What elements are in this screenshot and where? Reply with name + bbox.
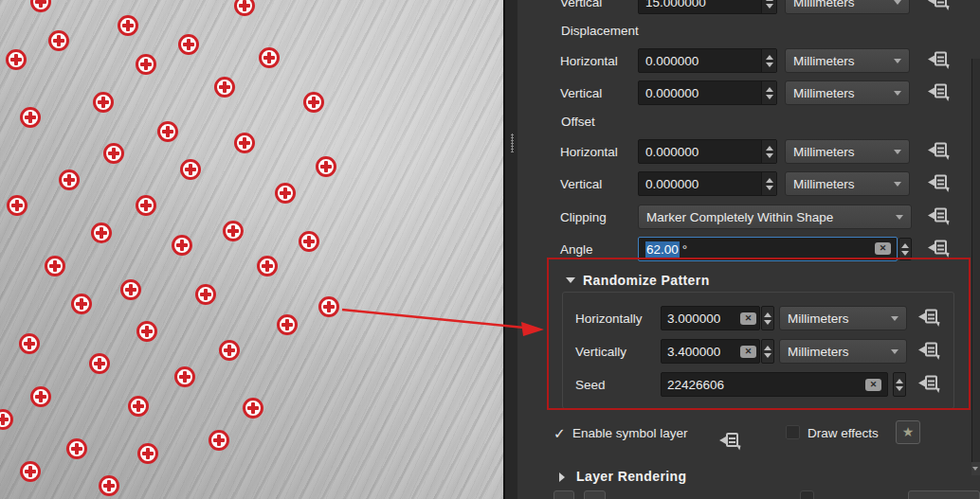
map-marker-cross-icon	[136, 54, 156, 75]
override-button-randomize-horizontally[interactable]	[917, 309, 942, 329]
randomize-vertically-input[interactable]: 3.400000 ✕	[661, 339, 760, 364]
override-button-seed[interactable]	[917, 375, 942, 395]
randomize-vertically-unit-select[interactable]: Millimeters	[779, 339, 907, 364]
map-marker-cross-icon	[174, 366, 195, 387]
pattern-vertical-distance-row: Vertical 15.000000 Millimeters	[517, 0, 980, 14]
data-defined-override-icon	[935, 0, 947, 8]
vertical-label: Vertical	[560, 177, 602, 191]
spinner-buttons[interactable]	[761, 0, 776, 13]
symbol-settings-window: Vertical 15.000000 Millimeters Displacem…	[0, 0, 980, 499]
offset-vertical-input[interactable]: 0.000000	[638, 171, 777, 196]
displacement-horizontal-row: Horizontal 0.000000 Millimeters	[517, 48, 980, 73]
angle-label: Angle	[560, 242, 593, 257]
map-marker-cross-icon	[59, 169, 80, 190]
displacement-horizontal-input[interactable]: 0.000000	[638, 48, 777, 73]
spinner-buttons[interactable]	[761, 81, 776, 104]
map-marker-cross-icon	[71, 294, 92, 314]
spinner-buttons[interactable]	[893, 372, 906, 397]
override-button-offset-vertical[interactable]	[927, 174, 952, 194]
scrollbar-down-arrow[interactable]	[971, 462, 980, 475]
chevron-down-icon	[896, 215, 903, 220]
override-button-vertical-distance[interactable]	[927, 0, 952, 12]
spinner-buttons[interactable]	[761, 306, 774, 330]
override-button-displacement-horizontal[interactable]	[927, 51, 952, 71]
spinner-buttons[interactable]	[761, 140, 776, 163]
angle-spinner-buttons[interactable]	[898, 238, 912, 260]
override-button-clipping[interactable]	[927, 207, 952, 227]
randomize-horizontally-row: Horizontally 3.000000 ✕ Millimeters	[517, 306, 980, 330]
map-marker-cross-icon	[128, 396, 149, 417]
map-marker-cross-icon	[234, 133, 255, 153]
vertical-distance-label: Vertical	[560, 0, 602, 9]
map-marker-cross-icon	[195, 284, 216, 305]
hillshade-texture	[0, 0, 503, 499]
randomize-horizontally-input[interactable]: 3.000000 ✕	[661, 306, 760, 330]
enable-symbol-layer-label: Enable symbol layer	[572, 426, 688, 440]
map-marker-cross-icon	[257, 256, 278, 276]
expand-triangle-icon[interactable]	[559, 472, 565, 482]
map-marker-cross-icon	[91, 223, 112, 243]
horizontal-label: Horizontal	[560, 54, 618, 68]
randomize-horizontally-unit-select[interactable]: Millimeters	[779, 306, 907, 330]
vertical-distance-unit-select[interactable]: Millimeters	[785, 0, 910, 14]
map-marker-cross-icon	[103, 143, 124, 164]
data-defined-override-icon	[935, 175, 947, 189]
clear-value-icon[interactable]: ✕	[740, 312, 756, 325]
offset-horizontal-unit-select[interactable]: Millimeters	[785, 139, 910, 164]
override-button-enable-layer[interactable]	[718, 432, 743, 452]
map-marker-cross-icon	[275, 183, 296, 204]
map-marker-cross-icon	[303, 92, 324, 113]
map-marker-cross-icon	[20, 107, 41, 128]
randomize-pattern-header[interactable]: Randomize Pattern	[583, 273, 710, 288]
bottom-checkbox[interactable]	[800, 490, 814, 499]
map-marker-cross-icon	[157, 121, 178, 142]
vertically-label: Vertically	[575, 345, 626, 359]
seed-input[interactable]: 22426606 ✕	[661, 372, 888, 397]
displacement-horizontal-unit-select[interactable]: Millimeters	[785, 48, 910, 73]
override-button-randomize-vertically[interactable]	[917, 342, 942, 362]
collapse-triangle-icon[interactable]	[566, 277, 575, 283]
map-marker-cross-icon	[45, 256, 65, 276]
map-marker-cross-icon	[243, 398, 263, 419]
map-marker-cross-icon	[214, 77, 235, 98]
bottom-button-2[interactable]	[584, 490, 606, 499]
map-marker-cross-icon	[30, 386, 51, 407]
angle-row: Angle 62.00 ° ✕	[517, 237, 980, 261]
map-marker-cross-icon	[118, 15, 138, 36]
override-button-offset-horizontal[interactable]	[927, 142, 952, 162]
enable-symbol-layer-checkbox[interactable]: ✓	[554, 425, 566, 442]
layer-rendering-header[interactable]: Layer Rendering	[576, 469, 686, 484]
data-defined-override-icon	[935, 84, 947, 98]
draw-effects-checkbox[interactable]	[786, 425, 800, 439]
override-button-angle[interactable]	[927, 240, 952, 259]
map-canvas[interactable]	[0, 0, 503, 499]
map-marker-cross-icon	[7, 195, 27, 216]
draw-effects-button[interactable]: ★	[896, 420, 920, 444]
data-defined-override-icon	[935, 208, 947, 223]
map-marker-cross-icon	[299, 231, 319, 252]
clipping-mode-select[interactable]: Marker Completely Within Shape	[638, 205, 912, 229]
displacement-vertical-unit-select[interactable]: Millimeters	[785, 80, 910, 105]
clear-value-icon[interactable]: ✕	[875, 242, 891, 255]
offset-group-label: Offset	[561, 115, 595, 129]
spinner-buttons[interactable]	[761, 172, 776, 195]
data-defined-override-icon	[925, 310, 937, 324]
bottom-button-wide[interactable]	[908, 490, 980, 499]
clear-value-icon[interactable]: ✕	[740, 346, 756, 358]
randomize-seed-row: Seed 22426606 ✕	[517, 372, 980, 397]
displacement-vertical-input[interactable]: 0.000000	[638, 80, 777, 105]
chevron-down-icon	[894, 91, 901, 96]
vertical-distance-input[interactable]: 15.000000	[638, 0, 777, 14]
clear-value-icon[interactable]: ✕	[865, 379, 881, 391]
override-button-displacement-vertical[interactable]	[927, 83, 952, 103]
chevron-down-icon	[894, 182, 901, 187]
angle-input[interactable]: 62.00 ° ✕	[638, 237, 898, 261]
bottom-button-1[interactable]	[554, 490, 574, 499]
spinner-buttons[interactable]	[761, 339, 774, 364]
offset-vertical-unit-select[interactable]: Millimeters	[785, 171, 910, 196]
offset-horizontal-input[interactable]: 0.000000	[638, 139, 777, 164]
spinner-buttons[interactable]	[761, 49, 776, 72]
map-marker-cross-icon	[316, 156, 336, 177]
panel-scrollbar[interactable]	[971, 59, 980, 475]
seed-label: Seed	[575, 378, 606, 392]
